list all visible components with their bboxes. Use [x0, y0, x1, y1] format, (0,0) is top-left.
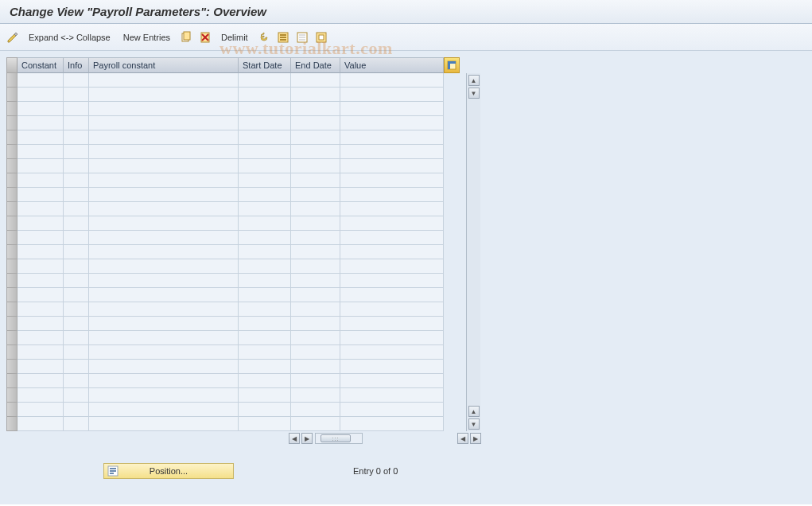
cell-info[interactable]: [64, 302, 89, 317]
cell-payroll-constant[interactable]: [89, 403, 239, 417]
cell-value[interactable]: [340, 331, 444, 345]
table-row[interactable]: [6, 73, 444, 88]
cell-info[interactable]: [64, 231, 89, 245]
row-selector[interactable]: [6, 159, 17, 173]
cell-end-date[interactable]: [291, 274, 340, 288]
table-row[interactable]: [6, 345, 444, 360]
cell-payroll-constant[interactable]: [89, 317, 239, 331]
cell-info[interactable]: [64, 159, 89, 173]
table-row[interactable]: [6, 202, 444, 216]
select-all-icon[interactable]: [277, 31, 289, 44]
cell-constant[interactable]: [17, 403, 64, 417]
scroll-left-icon[interactable]: ▶: [301, 433, 313, 444]
cell-payroll-constant[interactable]: [89, 388, 239, 403]
cell-value[interactable]: [340, 360, 444, 374]
row-selector[interactable]: [6, 360, 17, 374]
cell-info[interactable]: [64, 102, 89, 116]
col-header-payroll-constant[interactable]: Payroll constant: [89, 57, 239, 73]
cell-payroll-constant[interactable]: [89, 102, 239, 116]
table-row[interactable]: [6, 302, 444, 317]
cell-payroll-constant[interactable]: [89, 116, 239, 130]
cell-payroll-constant[interactable]: [89, 159, 239, 173]
table-row[interactable]: [6, 317, 444, 331]
cell-value[interactable]: [340, 202, 444, 216]
cell-constant[interactable]: [17, 302, 64, 317]
row-selector[interactable]: [6, 173, 17, 188]
cell-start-date[interactable]: [239, 317, 291, 331]
cell-start-date[interactable]: [239, 145, 291, 159]
cell-constant[interactable]: [17, 188, 64, 202]
cell-value[interactable]: [340, 102, 444, 116]
cell-constant[interactable]: [17, 374, 64, 388]
table-row[interactable]: [6, 130, 444, 145]
cell-start-date[interactable]: [239, 216, 291, 231]
scroll-last-icon[interactable]: ▶: [470, 433, 481, 444]
row-selector[interactable]: [6, 417, 17, 431]
cell-payroll-constant[interactable]: [89, 130, 239, 145]
cell-value[interactable]: [340, 302, 444, 317]
cell-start-date[interactable]: [239, 130, 291, 145]
cell-constant[interactable]: [17, 331, 64, 345]
cell-constant[interactable]: [17, 130, 64, 145]
cell-start-date[interactable]: [239, 288, 291, 302]
cell-end-date[interactable]: [291, 374, 340, 388]
cell-end-date[interactable]: [291, 317, 340, 331]
col-header-constant[interactable]: Constant: [17, 57, 64, 73]
cell-value[interactable]: [340, 345, 444, 360]
cell-end-date[interactable]: [291, 388, 340, 403]
row-selector[interactable]: [6, 130, 17, 145]
cell-start-date[interactable]: [239, 202, 291, 216]
cell-value[interactable]: [340, 388, 444, 403]
cell-value[interactable]: [340, 231, 444, 245]
scroll-down-icon[interactable]: ▼: [468, 88, 480, 99]
row-selector[interactable]: [6, 102, 17, 116]
scroll-right-icon[interactable]: ◀: [457, 433, 468, 444]
cell-constant[interactable]: [17, 73, 64, 88]
cell-end-date[interactable]: [291, 417, 340, 431]
cell-start-date[interactable]: [239, 274, 291, 288]
h-scroll-thumb[interactable]: :::: [321, 434, 351, 442]
cell-end-date[interactable]: [291, 116, 340, 130]
cell-constant[interactable]: [17, 231, 64, 245]
scroll-up-icon[interactable]: ▲: [468, 75, 480, 86]
cell-start-date[interactable]: [239, 116, 291, 130]
cell-end-date[interactable]: [291, 173, 340, 188]
cell-value[interactable]: [340, 73, 444, 88]
cell-info[interactable]: [64, 202, 89, 216]
cell-start-date[interactable]: [239, 331, 291, 345]
table-row[interactable]: [6, 274, 444, 288]
cell-start-date[interactable]: [239, 345, 291, 360]
undo-icon[interactable]: [258, 31, 270, 44]
cell-payroll-constant[interactable]: [89, 259, 239, 274]
cell-end-date[interactable]: [291, 288, 340, 302]
cell-end-date[interactable]: [291, 159, 340, 173]
table-row[interactable]: [6, 360, 444, 374]
cell-payroll-constant[interactable]: [89, 245, 239, 259]
delete-icon[interactable]: [199, 31, 212, 44]
expand-collapse-button[interactable]: Expand <-> Collapse: [25, 31, 114, 44]
cell-constant[interactable]: [17, 245, 64, 259]
cell-start-date[interactable]: [239, 302, 291, 317]
cell-value[interactable]: [340, 145, 444, 159]
cell-payroll-constant[interactable]: [89, 345, 239, 360]
cell-constant[interactable]: [17, 145, 64, 159]
cell-constant[interactable]: [17, 259, 64, 274]
table-row[interactable]: [6, 173, 444, 188]
cell-payroll-constant[interactable]: [89, 173, 239, 188]
cell-payroll-constant[interactable]: [89, 302, 239, 317]
cell-payroll-constant[interactable]: [89, 274, 239, 288]
cell-start-date[interactable]: [239, 88, 291, 102]
cell-info[interactable]: [64, 145, 89, 159]
pencil-icon[interactable]: [6, 31, 19, 44]
table-row[interactable]: [6, 231, 444, 245]
row-selector[interactable]: [6, 259, 17, 274]
cell-constant[interactable]: [17, 288, 64, 302]
cell-constant[interactable]: [17, 88, 64, 102]
cell-payroll-constant[interactable]: [89, 288, 239, 302]
row-selector[interactable]: [6, 188, 17, 202]
select-all-rows[interactable]: [6, 57, 17, 73]
table-row[interactable]: [6, 388, 444, 403]
cell-payroll-constant[interactable]: [89, 360, 239, 374]
table-row[interactable]: [6, 216, 444, 231]
row-selector[interactable]: [6, 274, 17, 288]
